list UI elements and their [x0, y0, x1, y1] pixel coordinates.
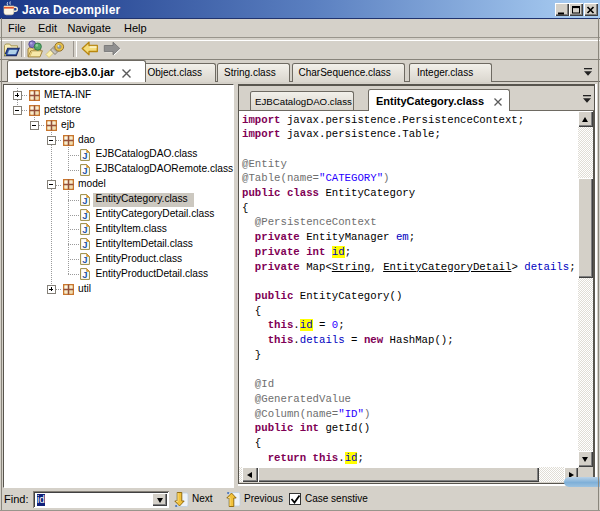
svg-text:J: J — [82, 194, 87, 205]
svg-text:J: J — [82, 150, 87, 161]
svg-text:J: J — [82, 254, 87, 265]
svg-text:J: J — [82, 239, 87, 250]
svg-text:J: J — [82, 165, 87, 176]
svg-text:J: J — [82, 269, 87, 280]
svg-text:J: J — [82, 209, 87, 220]
svg-text:J: J — [82, 224, 87, 235]
